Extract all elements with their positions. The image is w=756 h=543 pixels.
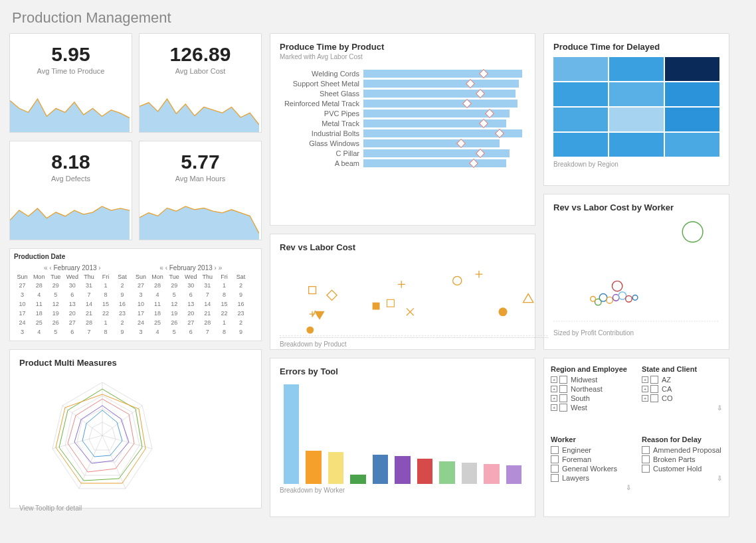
filter-item[interactable]: Lawyers bbox=[551, 474, 631, 482]
bar[interactable] bbox=[417, 459, 432, 484]
filter-item[interactable]: General Workers bbox=[551, 465, 631, 473]
prev-icon[interactable]: ‹ bbox=[165, 264, 167, 272]
calendar-day[interactable]: 27 bbox=[14, 281, 31, 290]
calendar-day[interactable]: 3 bbox=[132, 327, 149, 337]
calendar-day[interactable]: 28 bbox=[149, 281, 166, 290]
prev-fast-icon[interactable]: « bbox=[159, 264, 163, 272]
kpi-defects[interactable]: 8.18 Avg Defects bbox=[9, 141, 132, 240]
heatmap-cell[interactable] bbox=[665, 133, 719, 157]
filter-item[interactable]: Customer Hold bbox=[642, 465, 722, 473]
calendar-day[interactable]: 15 bbox=[97, 299, 114, 309]
hbar-row[interactable]: Reinforced Metal Track bbox=[280, 100, 525, 108]
expand-down-icon[interactable]: ⇩ bbox=[717, 404, 722, 412]
calendar-day[interactable]: 21 bbox=[80, 309, 97, 318]
checkbox-icon[interactable] bbox=[642, 455, 650, 463]
calendar-day[interactable]: 25 bbox=[149, 318, 166, 327]
calendar-day[interactable]: 9 bbox=[114, 290, 131, 299]
calendar-day[interactable]: 11 bbox=[149, 299, 166, 309]
bar[interactable] bbox=[395, 456, 410, 484]
checkbox-icon[interactable] bbox=[559, 376, 567, 384]
checkbox-icon[interactable] bbox=[551, 446, 559, 454]
calendar-day[interactable]: 3 bbox=[14, 327, 31, 337]
bar[interactable] bbox=[306, 451, 321, 484]
calendar-day[interactable]: 6 bbox=[183, 290, 199, 299]
calendar-days[interactable]: 2728293031123456789101112131415161718192… bbox=[14, 281, 131, 337]
checkbox-icon[interactable] bbox=[650, 385, 658, 393]
checkbox-icon[interactable] bbox=[642, 465, 650, 473]
produce-time-card[interactable]: Produce Time by Product Marked with Avg … bbox=[270, 33, 535, 226]
calendar-day[interactable]: 19 bbox=[166, 309, 183, 318]
calendar-day[interactable]: 4 bbox=[149, 290, 166, 299]
calendar-day[interactable]: 15 bbox=[216, 299, 233, 309]
calendar-day[interactable]: 17 bbox=[132, 309, 149, 318]
expand-down-icon[interactable]: ⇩ bbox=[626, 484, 631, 491]
prev-fast-icon[interactable]: « bbox=[44, 264, 48, 272]
calendar-day[interactable]: 3 bbox=[14, 290, 31, 299]
calendar-day[interactable]: 5 bbox=[47, 327, 64, 337]
calendar-day[interactable]: 20 bbox=[183, 309, 199, 318]
calendar-day[interactable]: 1 bbox=[97, 281, 114, 290]
heatmap-cell[interactable] bbox=[609, 133, 664, 157]
calendar-day[interactable]: 18 bbox=[149, 309, 166, 318]
filter-item[interactable]: Ammended Proposal bbox=[642, 446, 722, 454]
expand-down-icon[interactable]: ⇩ bbox=[717, 475, 722, 482]
production-date-picker[interactable]: Production Date « ‹ February 2013 › SunM… bbox=[9, 248, 262, 341]
calendar-day[interactable]: 2 bbox=[233, 318, 249, 327]
calendar-day[interactable]: 8 bbox=[97, 327, 114, 337]
heatmap-cell[interactable] bbox=[665, 57, 719, 81]
hbar-row[interactable]: Welding Cords bbox=[280, 70, 525, 78]
filter-item[interactable]: Broken Parts bbox=[642, 455, 722, 463]
calendar-day[interactable]: 18 bbox=[31, 309, 47, 318]
calendar-day[interactable]: 24 bbox=[14, 318, 31, 327]
calendar-day[interactable]: 16 bbox=[233, 299, 249, 309]
filter-item[interactable]: +Midwest bbox=[551, 376, 631, 384]
calendar-day[interactable]: 8 bbox=[216, 290, 233, 299]
calendar-day[interactable]: 12 bbox=[166, 299, 183, 309]
checkbox-icon[interactable] bbox=[650, 394, 658, 402]
calendar-day[interactable]: 27 bbox=[183, 318, 199, 327]
calendar-day[interactable]: 2 bbox=[114, 318, 131, 327]
calendar-day[interactable]: 29 bbox=[166, 281, 183, 290]
heatmap-cell[interactable] bbox=[553, 133, 608, 157]
calendar-day[interactable]: 30 bbox=[183, 281, 199, 290]
bar[interactable] bbox=[439, 461, 454, 484]
calendar-day[interactable]: 24 bbox=[132, 318, 149, 327]
hbar-row[interactable]: Metal Track bbox=[280, 119, 525, 127]
calendar-day[interactable]: 1 bbox=[216, 281, 233, 290]
checkbox-icon[interactable] bbox=[559, 394, 567, 402]
calendar-day[interactable]: 20 bbox=[64, 309, 80, 318]
hbar-row[interactable]: Glass Windows bbox=[280, 139, 525, 147]
kpi-man-hours[interactable]: 5.77 Avg Man Hours bbox=[139, 141, 262, 240]
rev-worker-card[interactable]: Rev vs Labor Cost by Worker Sized by Pro… bbox=[543, 194, 729, 350]
radar-card[interactable]: Product Multi Measures View Tooltip for … bbox=[9, 349, 262, 508]
expand-icon[interactable]: + bbox=[551, 404, 557, 411]
hbar-row[interactable]: C Pillar bbox=[280, 149, 525, 157]
checkbox-icon[interactable] bbox=[551, 465, 559, 473]
next-icon[interactable]: › bbox=[98, 264, 100, 272]
calendar-day[interactable]: 12 bbox=[47, 299, 64, 309]
calendar-days[interactable]: 2728293031123456789101112131415161718192… bbox=[132, 281, 249, 337]
calendar-day[interactable]: 5 bbox=[166, 290, 183, 299]
bar[interactable] bbox=[373, 455, 388, 484]
heatmap-cell[interactable] bbox=[609, 108, 664, 131]
bar[interactable] bbox=[350, 475, 365, 484]
checkbox-icon[interactable] bbox=[551, 455, 559, 463]
calendar-day[interactable]: 10 bbox=[14, 299, 31, 309]
calendar-day[interactable]: 26 bbox=[47, 318, 64, 327]
expand-icon[interactable]: + bbox=[551, 395, 557, 402]
calendar-day[interactable]: 23 bbox=[233, 309, 249, 318]
bar[interactable] bbox=[328, 452, 343, 484]
expand-icon[interactable]: + bbox=[642, 376, 648, 383]
calendar-day[interactable]: 5 bbox=[47, 290, 64, 299]
bar[interactable] bbox=[462, 463, 477, 484]
kpi-labor-cost[interactable]: 126.89 Avg Labor Cost bbox=[139, 33, 262, 133]
calendar-day[interactable]: 5 bbox=[166, 327, 183, 337]
heatmap-cell[interactable] bbox=[665, 82, 719, 106]
calendar-day[interactable]: 27 bbox=[64, 318, 80, 327]
heatmap-cell[interactable] bbox=[553, 57, 608, 81]
heatmap-cell[interactable] bbox=[553, 82, 608, 106]
rev-labor-card[interactable]: Rev vs Labor Cost Breakdown by Product bbox=[270, 234, 535, 350]
heatmap-card[interactable]: Produce Time for Delayed Breakdown by Re… bbox=[543, 33, 729, 186]
calendar-day[interactable]: 9 bbox=[233, 290, 249, 299]
calendar-day[interactable]: 11 bbox=[31, 299, 47, 309]
